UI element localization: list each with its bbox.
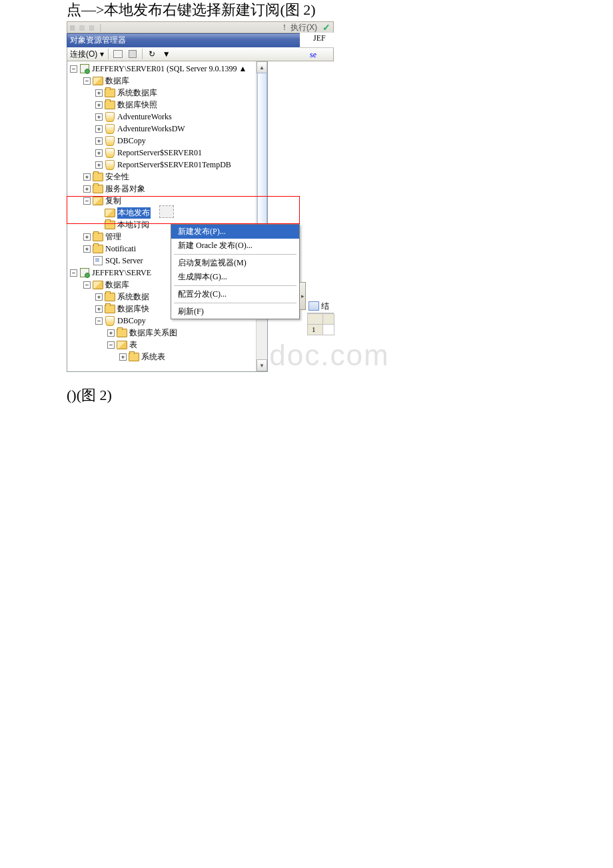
- database-node[interactable]: DBCopy: [117, 136, 146, 146]
- sql-agent-node[interactable]: SQL Server: [105, 256, 143, 266]
- expand-toggle[interactable]: −: [95, 317, 103, 325]
- expand-toggle[interactable]: +: [83, 185, 91, 193]
- connect-button[interactable]: 连接(O) ▾: [70, 49, 104, 60]
- notification-folder[interactable]: Notificati: [105, 244, 136, 254]
- object-explorer-title: 对象资源管理器 ▾ ▯ ✕: [67, 33, 334, 47]
- server-objects-folder[interactable]: 服务器对象: [105, 183, 145, 195]
- filter-icon[interactable]: ▼: [161, 50, 172, 58]
- menu-separator: [174, 303, 297, 303]
- db-snapshots[interactable]: 数据库快: [117, 303, 149, 315]
- db-snapshots[interactable]: 数据库快照: [117, 99, 157, 111]
- context-menu: 新建发布(P)... 新建 Oracle 发布(O)... 启动复制监视器(M)…: [171, 224, 300, 319]
- sql-text: se: [300, 50, 334, 60]
- connect-icon[interactable]: [113, 50, 123, 58]
- expand-toggle[interactable]: −: [83, 197, 91, 205]
- expand-toggle[interactable]: +: [95, 113, 103, 121]
- execute-button[interactable]: ！ 执行(X): [281, 22, 317, 33]
- expand-toggle[interactable]: −: [70, 65, 77, 73]
- server-node[interactable]: JEFFERY\SERVE: [92, 268, 151, 278]
- menu-replication-monitor[interactable]: 启动复制监视器(M): [171, 256, 299, 270]
- expand-toggle[interactable]: +: [95, 149, 103, 157]
- menu-refresh[interactable]: 刷新(F): [171, 305, 299, 319]
- doc-caption-top: 点—>本地发布右键选择新建订阅(图 2): [67, 0, 613, 20]
- expand-toggle[interactable]: −: [70, 269, 77, 277]
- doc-caption-bottom: ()(图 2): [67, 385, 613, 405]
- database-node[interactable]: AdventureWorksDW: [117, 124, 185, 134]
- results-tab[interactable]: 结: [307, 299, 334, 313]
- scroll-down-icon[interactable]: ▼: [257, 359, 267, 371]
- expand-toggle[interactable]: +: [83, 173, 91, 181]
- expand-toggle[interactable]: +: [95, 137, 103, 145]
- server-node[interactable]: JEFFERY\SERVER01 (SQL Server 9.0.1399 ▲: [92, 64, 247, 74]
- diagrams-folder[interactable]: 数据库关系图: [129, 327, 177, 339]
- menu-new-oracle-publication[interactable]: 新建 Oracle 发布(O)...: [171, 239, 299, 253]
- menu-generate-script[interactable]: 生成脚本(G)...: [171, 270, 299, 284]
- menu-separator: [174, 285, 297, 286]
- expand-toggle[interactable]: +: [95, 101, 103, 109]
- expand-toggle[interactable]: +: [83, 233, 91, 241]
- main-toolbar: ▦ ▧ ▨ | ！ 执行(X) ✓: [67, 21, 334, 33]
- expand-toggle[interactable]: +: [95, 161, 103, 169]
- vertical-scrollbar[interactable]: ▲ ▼: [256, 61, 267, 371]
- management-folder[interactable]: 管理: [105, 231, 121, 243]
- connect-toolbar: 连接(O) ▾ ↻ ▼: [67, 47, 334, 61]
- expand-toggle[interactable]: +: [107, 329, 115, 337]
- menu-configure-distribution[interactable]: 配置分发(C)...: [171, 287, 299, 301]
- editor-pane-edge: JEF se ▸ 结 1: [300, 33, 334, 60]
- refresh-icon[interactable]: ↻: [147, 50, 157, 58]
- databases-folder[interactable]: 数据库: [105, 75, 129, 87]
- expand-toggle[interactable]: −: [83, 281, 91, 289]
- expand-toggle[interactable]: −: [83, 77, 91, 85]
- grid-icon: [308, 301, 319, 311]
- ssms-window: ▦ ▧ ▨ | ！ 执行(X) ✓ 对象资源管理器 ▾ ▯ ✕ 连接(O) ▾ …: [67, 21, 334, 372]
- database-node[interactable]: ReportServer$SERVER01TempDB: [117, 160, 231, 170]
- menu-separator: [174, 254, 297, 255]
- local-subscriptions-folder[interactable]: 本地订阅: [117, 219, 149, 231]
- expand-toggle[interactable]: +: [95, 125, 103, 133]
- database-node[interactable]: DBCopy: [117, 316, 146, 326]
- expand-toggle[interactable]: +: [83, 245, 91, 253]
- grid-row-header: 1: [307, 325, 323, 335]
- object-explorer-tree[interactable]: −JEFFERY\SERVER01 (SQL Server 9.0.1399 ▲…: [67, 61, 268, 372]
- tables-folder[interactable]: 表: [129, 339, 137, 351]
- disconnect-icon[interactable]: [127, 50, 138, 58]
- toolbar-ghost-left: ▦ ▧ ▨: [70, 23, 94, 32]
- scroll-up-icon[interactable]: ▲: [257, 61, 267, 73]
- database-node[interactable]: ReportServer$SERVER01: [117, 148, 202, 158]
- security-folder[interactable]: 安全性: [105, 171, 129, 183]
- splitter-handle[interactable]: ▸: [300, 282, 306, 310]
- query-tab[interactable]: JEF: [300, 33, 334, 48]
- menu-new-publication[interactable]: 新建发布(P)...: [171, 225, 299, 239]
- system-databases[interactable]: 系统数据: [117, 291, 149, 303]
- expand-toggle[interactable]: +: [95, 293, 103, 301]
- databases-folder[interactable]: 数据库: [105, 279, 129, 291]
- system-databases[interactable]: 系统数据库: [117, 87, 157, 99]
- expand-toggle[interactable]: −: [107, 341, 115, 349]
- system-tables-folder[interactable]: 系统表: [141, 351, 165, 363]
- drag-cursor-icon: [159, 205, 174, 218]
- expand-toggle[interactable]: +: [119, 353, 127, 361]
- local-publications-folder[interactable]: 本地发布: [117, 207, 151, 219]
- expand-toggle[interactable]: +: [95, 305, 103, 313]
- expand-toggle[interactable]: +: [95, 89, 103, 97]
- replication-folder[interactable]: 复制: [105, 195, 121, 207]
- database-node[interactable]: AdventureWorks: [117, 112, 172, 122]
- parse-check-icon[interactable]: ✓: [322, 22, 330, 33]
